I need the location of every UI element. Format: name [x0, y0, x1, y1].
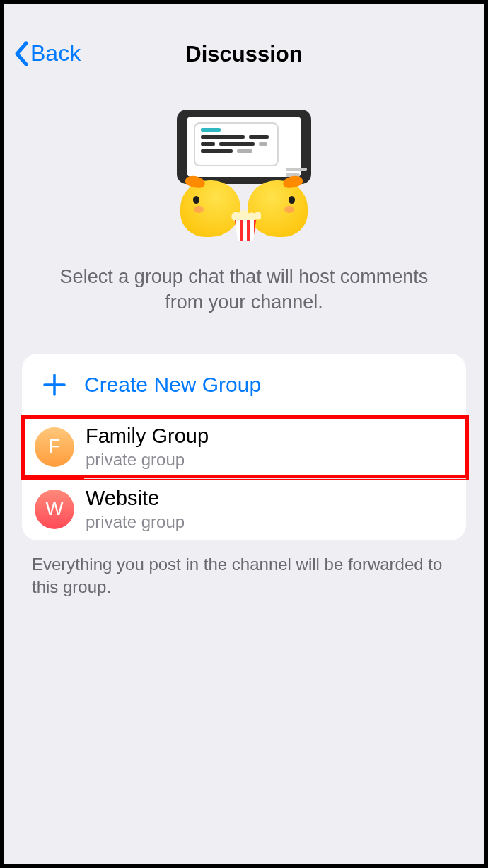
- footer-note: Everything you post in the channel will …: [32, 553, 456, 599]
- group-list: Create New Group FFamily Groupprivate gr…: [22, 354, 466, 540]
- hero-illustration: [4, 110, 484, 244]
- page-title: Discussion: [4, 42, 484, 67]
- create-new-group-row[interactable]: Create New Group: [22, 354, 466, 416]
- screen-frame: Back Discussion Sel: [0, 0, 488, 868]
- avatar: W: [35, 490, 74, 529]
- group-name: Family Group: [86, 424, 209, 448]
- group-subtitle: private group: [86, 512, 185, 532]
- group-name: Website: [86, 487, 185, 510]
- plus-icon: [35, 365, 74, 405]
- group-row[interactable]: FFamily Groupprivate group: [22, 416, 466, 478]
- group-row[interactable]: WWebsiteprivate group: [22, 478, 466, 540]
- avatar: F: [35, 427, 74, 467]
- group-subtitle: private group: [86, 450, 209, 470]
- subtitle-text: Select a group chat that will host comme…: [4, 264, 484, 316]
- create-new-group-label: Create New Group: [84, 373, 261, 397]
- header-bar: Back Discussion: [4, 4, 484, 67]
